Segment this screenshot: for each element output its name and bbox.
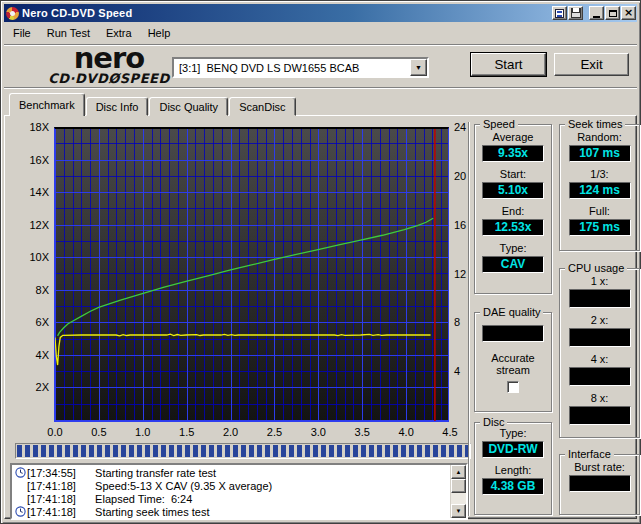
seek-times-panel-title: Seek times xyxy=(565,118,625,130)
minimize-icon xyxy=(593,16,600,18)
accurate-stream-label-2: stream xyxy=(475,364,551,376)
menu-bar: File Run Test Extra Help xyxy=(5,23,636,42)
app-window: Nero CD-DVD Speed × File Run Test Extra … xyxy=(0,0,641,524)
axis-tick-label: 2.0 xyxy=(223,426,238,438)
third-seek-value: 124 ms xyxy=(569,182,631,199)
maximize-button[interactable] xyxy=(605,6,620,20)
position-bar xyxy=(15,443,471,459)
dae-quality-panel: DAE quality Accurate stream xyxy=(474,312,552,412)
nero-logo: nero CD·DVDØSPEED xyxy=(29,45,189,86)
transfer-rate-chart xyxy=(54,127,449,422)
drive-select[interactable]: [3:1] BENQ DVD LS DW1655 BCAB ▼ xyxy=(172,57,429,78)
axis-tick-label: 1.5 xyxy=(179,426,194,438)
title-bar[interactable]: Nero CD-DVD Speed × xyxy=(4,4,637,22)
disc-panel: Disc Type: DVD-RW Length: 4.38 GB xyxy=(474,422,552,515)
log-scrollbar[interactable]: ▲ ▼ xyxy=(450,465,466,518)
cpu-4x-label: 4 x: xyxy=(560,353,639,365)
axis-tick-label: 3.5 xyxy=(355,426,370,438)
random-seek-label: Random: xyxy=(560,131,639,143)
accurate-stream-checkbox[interactable] xyxy=(507,381,519,393)
axis-tick-label: 0.0 xyxy=(47,426,62,438)
disc-panel-title: Disc xyxy=(480,416,507,428)
axis-tick-label: 4.0 xyxy=(398,426,413,438)
vertical-separator xyxy=(468,122,470,516)
speed-panel: Speed Average 9.35x Start: 5.10x End: 12… xyxy=(474,124,552,294)
tab-benchmark[interactable]: Benchmark xyxy=(9,93,85,116)
interface-panel-title: Interface xyxy=(565,448,614,460)
chevron-down-icon: ▼ xyxy=(415,64,422,71)
position-bar-fill xyxy=(17,445,469,457)
cpu-1x-label: 1 x: xyxy=(560,275,639,287)
full-seek-value: 175 ms xyxy=(569,219,631,236)
scroll-down-button[interactable]: ▼ xyxy=(451,504,466,518)
tab-scandisc[interactable]: ScanDisc xyxy=(229,97,295,116)
log-entry-text: Starting seek times test xyxy=(89,506,209,518)
menu-run-test[interactable]: Run Test xyxy=(39,25,98,41)
accurate-stream-label-1: Accurate xyxy=(475,352,551,364)
drive-select-dropdown-button[interactable]: ▼ xyxy=(410,59,427,76)
axis-tick-label: 16X xyxy=(29,154,49,166)
axis-tick-label: 18X xyxy=(29,121,49,133)
axis-tick-label: 12 xyxy=(454,268,466,280)
start-button[interactable]: Start xyxy=(471,53,546,76)
dae-quality-panel-title: DAE quality xyxy=(480,306,543,318)
axis-tick-label: 12X xyxy=(29,219,49,231)
axis-tick-label: 16 xyxy=(454,219,466,231)
nero-logo-text: nero xyxy=(29,45,189,71)
chart-series-layer xyxy=(55,129,448,421)
cpu-2x-value xyxy=(569,328,631,347)
menu-file[interactable]: File xyxy=(5,25,39,41)
disc-length-value: 4.38 GB xyxy=(482,478,544,495)
burst-rate-label: Burst rate: xyxy=(560,461,639,473)
log-list: [17:34:55] Starting transfer rate test [… xyxy=(12,465,450,518)
disc-type-label: Type: xyxy=(475,427,551,439)
disc-type-value: DVD-RW xyxy=(482,441,544,458)
axis-tick-label: 24 xyxy=(454,121,466,133)
type-value: CAV xyxy=(482,256,544,273)
close-button[interactable]: × xyxy=(621,6,636,20)
tab-disc-quality[interactable]: Disc Quality xyxy=(149,97,228,116)
window-title: Nero CD-DVD Speed xyxy=(22,7,132,19)
benchmark-tab-page: 18X16X14X12X10X8X6X4X2X 2420161284 0.00.… xyxy=(4,115,637,519)
report-icon xyxy=(555,9,564,18)
scrollbar-thumb[interactable] xyxy=(451,479,466,493)
axis-tick-label: 4.5 xyxy=(442,426,457,438)
nero-logo-subtext: CD·DVDØSPEED xyxy=(29,71,189,86)
report-button[interactable] xyxy=(552,6,567,20)
axis-tick-label: 6X xyxy=(36,316,49,328)
chart-series xyxy=(58,218,434,336)
average-value: 9.35x xyxy=(482,145,544,162)
y-axis-left: 18X16X14X12X10X8X6X4X2X xyxy=(7,127,49,420)
axis-tick-label: 4 xyxy=(454,365,460,377)
log-entry-time: [17:41:18] xyxy=(27,493,89,505)
log-entry-time: [17:34:55] xyxy=(27,467,89,479)
clock-icon xyxy=(14,506,27,517)
cpu-4x-value xyxy=(569,367,631,386)
save-button[interactable] xyxy=(568,6,583,20)
interface-panel: Interface Burst rate: xyxy=(559,454,640,515)
cpu-usage-panel: CPU usage 1 x: 2 x: 4 x: 8 x: xyxy=(559,268,640,438)
average-label: Average xyxy=(475,131,551,143)
axis-tick-label: 1.0 xyxy=(135,426,150,438)
minimize-button[interactable] xyxy=(589,6,604,20)
close-icon: × xyxy=(624,8,633,18)
scrollbar-track[interactable] xyxy=(451,493,466,504)
menu-extra[interactable]: Extra xyxy=(98,25,140,41)
axis-tick-label: 14X xyxy=(29,186,49,198)
axis-tick-label: 4X xyxy=(36,349,49,361)
exit-button[interactable]: Exit xyxy=(554,53,629,76)
drive-select-value: [3:1] BENQ DVD LS DW1655 BCAB xyxy=(174,62,410,74)
tab-disc-info[interactable]: Disc Info xyxy=(86,97,149,116)
dae-quality-value xyxy=(482,325,544,342)
scroll-up-button[interactable]: ▲ xyxy=(451,465,466,479)
full-seek-label: Full: xyxy=(560,205,639,217)
save-icon xyxy=(571,8,581,18)
log-entry: [17:41:18] Elapsed Time: 6:24 xyxy=(14,492,448,505)
log-entry: [17:41:18] Starting seek times test xyxy=(14,505,448,518)
axis-tick-label: 0.5 xyxy=(91,426,106,438)
log-entry: [17:34:55] Starting transfer rate test xyxy=(14,466,448,479)
x-axis: 0.00.51.01.52.02.53.03.54.04.5 xyxy=(55,426,450,440)
cpu-8x-value xyxy=(569,406,631,425)
menu-help[interactable]: Help xyxy=(140,25,179,41)
log-entry: [17:41:18] Speed:5-13 X CAV (9.35 X aver… xyxy=(14,479,448,492)
